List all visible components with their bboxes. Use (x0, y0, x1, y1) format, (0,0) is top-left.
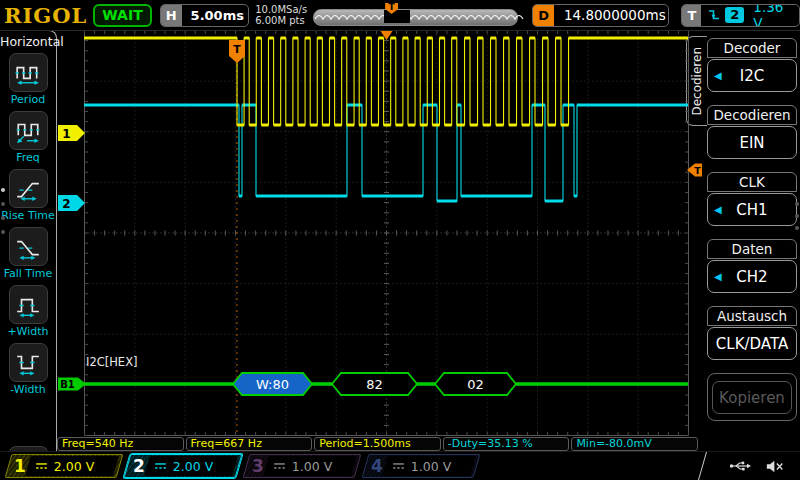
menu-item-clk[interactable]: CLK◀CH1 (707, 172, 797, 226)
period-icon (9, 53, 48, 92)
softkey-label: Decoder (707, 38, 797, 58)
horizontal-position-strip[interactable]: T (313, 9, 518, 26)
channel-scale-value: 2.00 V (54, 459, 94, 474)
left-menu-item-label: -Width (10, 383, 45, 396)
channel-scale-value: 1.00 V (292, 459, 332, 474)
delay-label: D (533, 5, 554, 26)
left-menu-item-fall-time[interactable]: Fall Time (0, 227, 56, 280)
softkey-value-text: I2C (740, 67, 764, 85)
waveform-overview-icon (314, 10, 526, 23)
rigol-logo: RIGOL (4, 3, 87, 28)
measurement-readout-1: Freq=540 Hz (57, 437, 184, 451)
softkey-value: ◀CH1 (707, 193, 797, 226)
left-menu-item-rise-time[interactable]: Rise Time (0, 169, 56, 222)
horizontal-timebase-block: H 5.00ms (160, 4, 250, 27)
softkey-label: CLK (707, 172, 797, 192)
channel-number: 3 (250, 456, 266, 476)
pwidth-icon (9, 285, 48, 324)
channel-number: 2 (131, 456, 147, 476)
channel-scale-value: 1.00 V (411, 459, 451, 474)
decoder-menu: Decodieren Decoder◀I2CDecodierenEINCLK◀C… (686, 30, 800, 452)
measurement-readout-4: -Duty=35.13 % (443, 437, 570, 451)
trigger-level-value: 1.36 V (753, 4, 791, 27)
left-menu-item-label: Fall Time (4, 267, 53, 280)
svg-text:B1: B1 (60, 379, 75, 390)
freq-icon (9, 111, 48, 150)
horizontal-menu: Horizontal PeriodFreqRise TimeFall Time+… (0, 30, 57, 453)
channel-4-block[interactable]: 41.00 V (362, 454, 481, 478)
left-menu-item-label: +Width (7, 325, 48, 338)
trigger-status-badge: WAIT (93, 4, 151, 27)
softkey-value: ◀CH2 (707, 260, 797, 293)
svg-text:02: 02 (467, 377, 484, 392)
trigger-source-badge: 2 (725, 7, 744, 23)
horizontal-window-indicator (384, 10, 410, 23)
left-menu-page-dots (1, 188, 5, 234)
left-arrow-icon: ◀ (714, 271, 722, 282)
menu-item-kopieren[interactable]: Kopieren (707, 373, 797, 421)
decoder-menu-tab-label: Decodieren (690, 47, 704, 116)
menu-item-decoder[interactable]: Decoder◀I2C (707, 38, 797, 92)
channel-3-block[interactable]: 31.00 V (243, 454, 362, 478)
svg-text:W:80: W:80 (256, 377, 289, 392)
top-bar: RIGOL WAIT H 5.00ms 10.0MSa/s 6.00M pts … (0, 0, 800, 31)
svg-text:T: T (233, 43, 241, 56)
left-arrow-icon: ◀ (714, 70, 722, 81)
nwidth-icon (9, 343, 48, 382)
softkey-value: CLK/DATA (707, 327, 797, 360)
dc-coupling-icon (392, 462, 405, 470)
system-icons (698, 452, 800, 480)
left-arrow-icon: ◀ (714, 204, 722, 215)
trigger-info-block: T 2 1.36 V (681, 4, 800, 27)
channel-1-block[interactable]: 12.00 V (5, 454, 124, 478)
memory-depth: 6.00M pts (255, 15, 307, 26)
rise-time-icon (9, 169, 48, 208)
svg-text:82: 82 (366, 377, 383, 392)
sample-rate-block: 10.0MSa/s 6.00M pts (255, 4, 307, 26)
menu-item-decodieren[interactable]: DecodierenEIN (707, 105, 797, 159)
measurement-readout-2: Freq=667 Hz (186, 437, 313, 451)
left-menu-item-label: Rise Time (1, 209, 55, 222)
dc-coupling-icon (35, 462, 48, 470)
sample-rate: 10.0MSa/s (255, 4, 307, 15)
softkey-value-text: EIN (739, 134, 764, 152)
channel-2-block[interactable]: 22.00 V (124, 454, 243, 478)
usb-icon (729, 460, 751, 472)
left-menu-item--width[interactable]: +Width (0, 285, 56, 338)
softkey-value-text: CH1 (736, 201, 767, 219)
waveform-display: W:808202I2C[HEX]12B1TT (57, 30, 703, 437)
left-menu-item-freq[interactable]: Freq (0, 111, 56, 164)
channel-number: 4 (369, 456, 385, 476)
fall-time-icon (9, 227, 48, 266)
channel-status-bar: 12.00 V22.00 V31.00 V41.00 V (0, 451, 800, 480)
softkey-value-text: Kopieren (719, 389, 785, 407)
decoder-menu-tab[interactable]: Decodieren (686, 36, 707, 126)
svg-text:I2C[HEX]: I2C[HEX] (86, 355, 138, 369)
menu-item-austausch[interactable]: AustauschCLK/DATA (707, 306, 797, 360)
left-menu-item--width[interactable]: -Width (0, 343, 56, 396)
left-menu-title: Horizontal (0, 31, 56, 53)
softkey-value: ◀I2C (707, 59, 797, 92)
right-menu-page-dots (795, 202, 799, 230)
measurement-bar: Freq=540 HzFreq=667 HzPeriod=1.500ms-Dut… (57, 437, 698, 451)
left-menu-item-period[interactable]: Period (0, 53, 56, 106)
delay-value: 14.8000000ms (554, 7, 669, 23)
falling-edge-icon (707, 8, 721, 22)
softkey-label: Austausch (707, 306, 797, 326)
measurement-readout-5: Min=-80.0mV (571, 437, 698, 451)
svg-text:2: 2 (62, 197, 70, 211)
softkey-value-text: CLK/DATA (716, 335, 788, 353)
speaker-muted-icon (766, 460, 784, 473)
channel-scale-value: 2.00 V (173, 459, 213, 474)
timebase-label: H (161, 5, 182, 26)
trigger-label: T (682, 5, 701, 26)
dc-coupling-icon (273, 462, 286, 470)
softkey-value: EIN (707, 126, 797, 159)
dc-coupling-icon (154, 462, 167, 470)
menu-item-daten[interactable]: Daten◀CH2 (707, 239, 797, 293)
oscilloscope-screen: RIGOL WAIT H 5.00ms 10.0MSa/s 6.00M pts … (0, 0, 800, 480)
left-menu-item-label: Period (11, 93, 45, 106)
measurement-readout-3: Period=1.500ms (314, 437, 441, 451)
softkey-label: Decodieren (707, 105, 797, 125)
left-menu-item-label: Freq (16, 151, 40, 164)
